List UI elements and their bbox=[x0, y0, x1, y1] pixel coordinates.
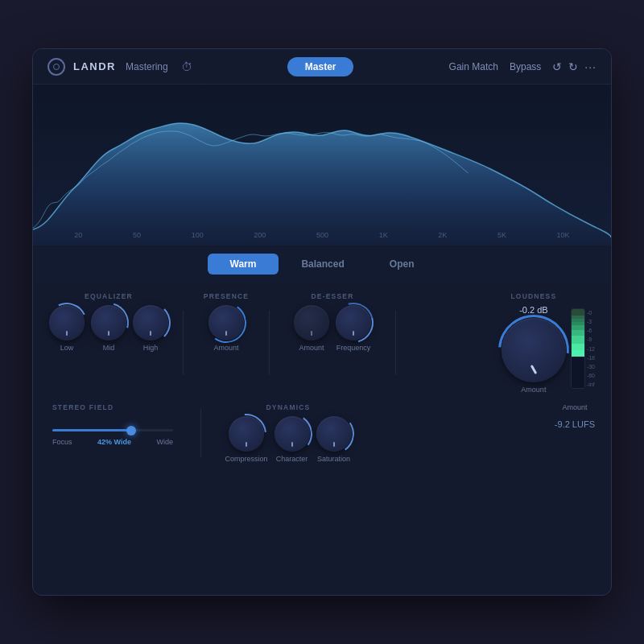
divider-3 bbox=[395, 311, 396, 375]
dynamics-section-label: DYNAMICS bbox=[216, 403, 361, 411]
wide-value: 42% Wide bbox=[97, 438, 131, 446]
header: LANDR Mastering ⏱ Master Gain Match Bypa… bbox=[33, 49, 611, 85]
slider-track[interactable] bbox=[52, 429, 173, 431]
saturation-label: Saturation bbox=[317, 455, 350, 463]
vu-label-0: -0 bbox=[587, 310, 595, 316]
vu-label-9: -9 bbox=[587, 336, 595, 342]
dynamics-knob-row: Compression Character bbox=[216, 416, 361, 463]
lufs-value: -9.2 LUFS bbox=[555, 419, 595, 429]
presence-amount-label: Amount bbox=[213, 344, 238, 352]
brand-text: LANDR bbox=[73, 60, 116, 72]
plugin-container: LANDR Mastering ⏱ Master Gain Match Bypa… bbox=[32, 48, 612, 596]
header-right: Gain Match Bypass ↺ ↻ ··· bbox=[449, 60, 597, 73]
vu-label-inf: -inf bbox=[587, 382, 595, 387]
undo-icon[interactable]: ↺ bbox=[552, 60, 562, 73]
freq-10k: 10K bbox=[557, 231, 570, 239]
vu-meter-row: -0 -3 -6 -9 -12 -18 -30 -60 -inf bbox=[571, 308, 595, 389]
slider-labels: Focus 42% Wide Wide bbox=[52, 438, 173, 446]
bottom-controls: STEREO FIELD Focus 42% Wide Wide DYNAM bbox=[49, 403, 595, 463]
stereo-section-label: STEREO FIELD bbox=[49, 403, 186, 411]
header-icons: ↺ ↻ ··· bbox=[552, 60, 597, 73]
eq-high-item: High bbox=[133, 305, 168, 352]
vu-meter-container: -0 -3 -6 -9 -12 -18 -30 -60 -inf bbox=[571, 292, 595, 389]
vu-labels: -0 -3 -6 -9 -12 -18 -30 -60 -inf bbox=[587, 308, 595, 389]
freq-500: 500 bbox=[316, 231, 328, 239]
amount-bottom-label: Amount bbox=[562, 403, 587, 411]
eq-low-label: Low bbox=[60, 344, 74, 352]
vu-label-6: -6 bbox=[587, 328, 595, 333]
dynamics-section: DYNAMICS Compression C bbox=[216, 403, 361, 463]
waveform-svg bbox=[33, 85, 611, 246]
focus-label: Focus bbox=[52, 438, 72, 446]
logo bbox=[47, 58, 65, 76]
open-button[interactable]: Open bbox=[367, 254, 437, 275]
top-controls: EQUALIZER Low Mid bbox=[49, 292, 595, 394]
loudness-section-label: LOUDNESS bbox=[502, 292, 566, 300]
freq-200: 200 bbox=[254, 231, 266, 239]
stereo-section: STEREO FIELD Focus 42% Wide Wide bbox=[49, 403, 186, 452]
presence-section-label: PRESENCE bbox=[198, 292, 254, 300]
slider-fill bbox=[52, 429, 131, 431]
slider-container: Focus 42% Wide Wide bbox=[49, 416, 186, 452]
vu-meter bbox=[571, 308, 585, 389]
redo-icon[interactable]: ↻ bbox=[568, 60, 578, 73]
compression-item: Compression bbox=[225, 416, 267, 463]
divider-2 bbox=[269, 311, 270, 375]
balanced-button[interactable]: Balanced bbox=[279, 254, 366, 275]
presence-amount-knob[interactable] bbox=[208, 305, 244, 341]
wide-label: Wide bbox=[156, 438, 173, 446]
deesser-amount-label: Amount bbox=[299, 344, 324, 352]
deesser-amount-knob[interactable] bbox=[294, 305, 329, 341]
loudness-knob-container: LOUDNESS -0.2 dB Amount bbox=[502, 292, 566, 394]
loudness-section: LOUDNESS -0.2 dB Amount bbox=[482, 292, 595, 394]
vu-label-60: -60 bbox=[587, 373, 595, 378]
style-row: Warm Balanced Open bbox=[33, 246, 611, 283]
eq-mid-knob[interactable] bbox=[91, 305, 126, 341]
waveform-area: 20 50 100 200 500 1K 2K 5K 10K bbox=[33, 85, 611, 246]
loudness-inner: LOUDNESS -0.2 dB Amount bbox=[502, 292, 595, 394]
eq-knob-row: Low Mid High bbox=[49, 305, 168, 352]
vu-label-18: -18 bbox=[587, 355, 595, 361]
compression-knob[interactable] bbox=[229, 416, 264, 452]
controls-area: EQUALIZER Low Mid bbox=[33, 283, 611, 471]
warm-button[interactable]: Warm bbox=[208, 254, 279, 275]
saturation-knob[interactable] bbox=[316, 416, 352, 452]
character-item: Character bbox=[275, 416, 310, 463]
vu-label-30: -30 bbox=[587, 364, 595, 369]
header-center: Master bbox=[200, 57, 441, 76]
gain-match-button[interactable]: Gain Match bbox=[449, 61, 498, 72]
eq-mid-item: Mid bbox=[91, 305, 126, 352]
character-knob[interactable] bbox=[275, 416, 310, 452]
freq-50: 50 bbox=[133, 231, 141, 239]
freq-2k: 2K bbox=[438, 231, 447, 239]
freq-20: 20 bbox=[74, 231, 82, 239]
compression-label: Compression bbox=[225, 455, 267, 463]
app-name: Mastering bbox=[126, 61, 168, 72]
bypass-button[interactable]: Bypass bbox=[510, 61, 541, 72]
loudness-knob[interactable] bbox=[502, 318, 566, 382]
history-icon: ⏱ bbox=[181, 60, 192, 73]
eq-section-label: EQUALIZER bbox=[49, 292, 168, 300]
presence-section: PRESENCE Amount bbox=[198, 292, 254, 352]
deesser-freq-label: Frequency bbox=[336, 344, 371, 352]
presence-amount-item: Amount bbox=[208, 305, 244, 352]
master-button[interactable]: Master bbox=[287, 57, 354, 76]
eq-mid-label: Mid bbox=[103, 344, 115, 352]
loudness-controls: LOUDNESS -0.2 dB Amount bbox=[502, 292, 595, 394]
vu-label-12: -12 bbox=[587, 346, 595, 352]
eq-high-knob[interactable] bbox=[133, 305, 168, 341]
loudness-amount-label: Amount bbox=[521, 386, 546, 394]
divider-1 bbox=[183, 311, 184, 375]
vu-label-3: -3 bbox=[587, 319, 595, 324]
freq-1k: 1K bbox=[379, 231, 388, 239]
divider-4 bbox=[200, 409, 201, 457]
deesser-freq-item: Frequency bbox=[336, 305, 371, 352]
presence-knob-row: Amount bbox=[198, 305, 254, 352]
deesser-freq-knob[interactable] bbox=[336, 305, 371, 341]
slider-thumb[interactable] bbox=[126, 426, 136, 436]
more-icon[interactable]: ··· bbox=[584, 60, 597, 73]
eq-section: EQUALIZER Low Mid bbox=[49, 292, 168, 352]
freq-100: 100 bbox=[192, 231, 204, 239]
lufs-container: Amount -9.2 LUFS bbox=[555, 403, 595, 432]
eq-low-knob[interactable] bbox=[49, 305, 85, 341]
